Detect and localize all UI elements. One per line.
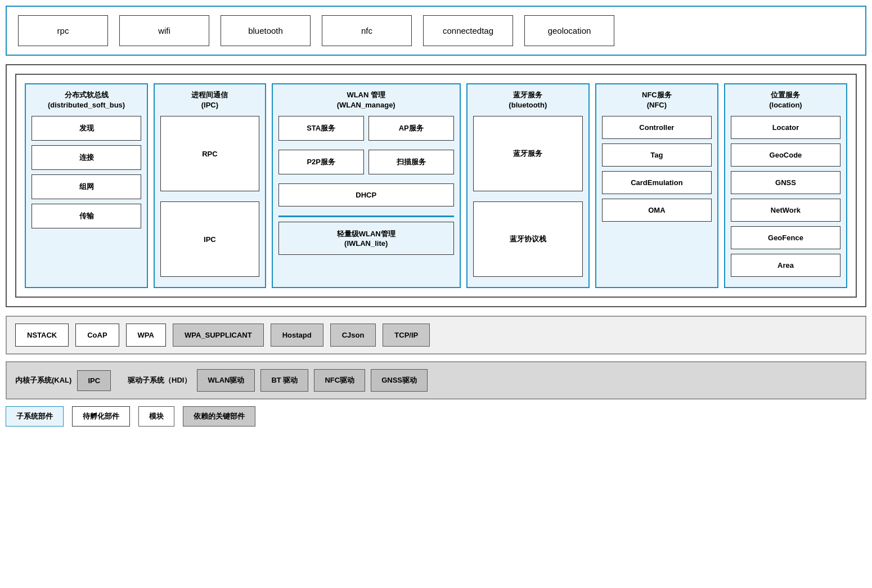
kernel-item-bt: BT 驱动 — [260, 369, 308, 392]
wlan-item-p2p: P2P服务 — [278, 150, 364, 174]
ipc-title: 进程间通信 (IPC) — [160, 90, 259, 110]
distributed-block: 分布式软总线 (distributed_soft_bus) 发现 连接 组网 传… — [25, 83, 148, 288]
third-item-coap: CoAP — [75, 324, 119, 347]
bluetooth-block: 蓝牙服务 (bluetooth) 蓝牙服务 蓝牙协议栈 — [466, 83, 590, 288]
nfc-item-tag: Tag — [602, 143, 712, 167]
top-item-geolocation: geolocation — [524, 15, 614, 46]
third-item-hostapd: Hostapd — [271, 324, 323, 347]
location-item-locator: Locator — [731, 116, 840, 139]
third-item-cjson: CJson — [330, 324, 376, 347]
distributed-item-2: 组网 — [32, 174, 141, 199]
nfc-item-cardemulation: CardEmulation — [602, 171, 712, 194]
top-item-rpc: rpc — [18, 15, 108, 46]
nfc-title: NFC服务 (NFC) — [602, 90, 712, 110]
middle-section: 分布式软总线 (distributed_soft_bus) 发现 连接 组网 传… — [6, 64, 866, 307]
location-item-network: NetWork — [731, 199, 840, 222]
ipc-item-ipc: IPC — [160, 201, 259, 277]
legend-incubating: 待孵化部件 — [72, 406, 130, 427]
third-row: NSTACK CoAP WPA WPA_SUPPLICANT Hostapd C… — [6, 316, 866, 354]
distributed-item-0: 发现 — [32, 116, 141, 141]
kal-label: 内核子系统(KAL) — [15, 375, 71, 385]
third-item-tcpip: TCP/IP — [383, 324, 430, 347]
legend-module: 模块 — [138, 406, 174, 427]
kernel-item-wlan: WLAN驱动 — [197, 369, 255, 392]
kernel-row: 内核子系统(KAL) IPC 驱动子系统（HDI） WLAN驱动 BT 驱动 N… — [6, 361, 866, 400]
third-item-wpa-supplicant: WPA_SUPPLICANT — [173, 324, 264, 347]
top-item-connectedtag: connectedtag — [423, 15, 513, 46]
wlan-lite-box: 轻量级WLAN管理 (IWLAN_lite) — [278, 222, 454, 255]
third-item-nstack: NSTACK — [15, 324, 69, 347]
kernel-item-nfc: NFC驱动 — [314, 369, 365, 392]
middle-inner: 分布式软总线 (distributed_soft_bus) 发现 连接 组网 传… — [15, 74, 857, 298]
bluetooth-title: 蓝牙服务 (bluetooth) — [473, 90, 583, 110]
ipc-block: 进程间通信 (IPC) RPC IPC — [154, 83, 266, 288]
location-item-geocode: GeoCode — [731, 143, 840, 167]
legend-row: 子系统部件 待孵化部件 模块 依赖的关键部件 — [6, 406, 866, 427]
wlan-item-sta: STA服务 — [278, 116, 364, 141]
third-item-wpa: WPA — [126, 324, 166, 347]
location-item-geofence: GeoFence — [731, 226, 840, 249]
wlan-lite-section: 轻量级WLAN管理 (IWLAN_lite) — [278, 216, 454, 259]
distributed-title: 分布式软总线 (distributed_soft_bus) — [32, 90, 141, 110]
wlan-title: WLAN 管理 (WLAN_manage) — [278, 90, 454, 110]
nfc-item-oma: OMA — [602, 199, 712, 222]
legend-key-component: 依赖的关键部件 — [183, 406, 255, 427]
location-title: 位置服务 (location) — [731, 90, 840, 110]
wlan-item-scan: 扫描服务 — [368, 150, 454, 174]
location-block: 位置服务 (location) Locator GeoCode GNSS Net… — [724, 83, 847, 288]
ipc-item-rpc: RPC — [160, 116, 259, 191]
top-item-wifi: wifi — [119, 15, 209, 46]
top-item-bluetooth: bluetooth — [221, 15, 311, 46]
bluetooth-item-service: 蓝牙服务 — [473, 116, 583, 191]
hdi-label: 驱动子系统（HDI） — [128, 375, 191, 385]
nfc-item-controller: Controller — [602, 116, 712, 139]
bluetooth-item-stack: 蓝牙协议栈 — [473, 201, 583, 277]
wlan-block: WLAN 管理 (WLAN_manage) STA服务 AP服务 P2P服务 扫… — [272, 83, 461, 288]
legend-subsystem: 子系统部件 — [6, 406, 64, 427]
nfc-block: NFC服务 (NFC) Controller Tag CardEmulation… — [595, 83, 718, 288]
wlan-item-dhcp: DHCP — [278, 183, 454, 207]
location-item-gnss: GNSS — [731, 171, 840, 194]
wlan-item-ap: AP服务 — [368, 116, 454, 141]
top-section: rpc wifi bluetooth nfc connectedtag geol… — [6, 6, 866, 56]
kal-ipc-box: IPC — [77, 370, 111, 391]
top-item-nfc: nfc — [322, 15, 412, 46]
location-item-area: Area — [731, 254, 840, 277]
distributed-item-3: 传输 — [32, 204, 141, 228]
kernel-item-gnss: GNSS驱动 — [371, 369, 428, 392]
distributed-item-1: 连接 — [32, 145, 141, 170]
wlan-grid: STA服务 AP服务 P2P服务 扫描服务 DHCP — [278, 116, 454, 211]
